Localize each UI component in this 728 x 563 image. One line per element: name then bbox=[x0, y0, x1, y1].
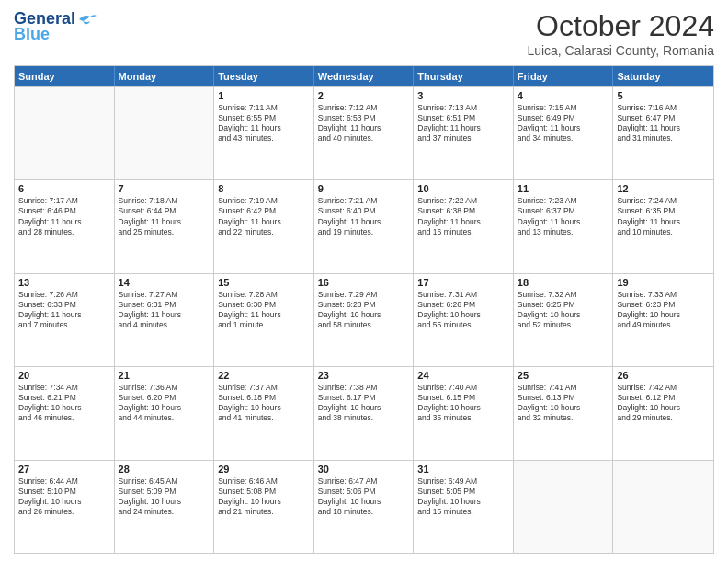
calendar-cell-1-1 bbox=[15, 87, 115, 179]
calendar-header-tuesday: Tuesday bbox=[214, 66, 314, 86]
cell-info-line: and 31 minutes. bbox=[617, 133, 710, 144]
cell-info-line: Daylight: 11 hours bbox=[417, 217, 509, 227]
cell-info-line: and 55 minutes. bbox=[417, 320, 509, 330]
calendar-cell-5-4: 30Sunrise: 6:47 AMSunset: 5:06 PMDayligh… bbox=[314, 461, 415, 553]
cell-info-line: and 43 minutes. bbox=[218, 133, 310, 144]
calendar-week-4: 20Sunrise: 7:34 AMSunset: 6:21 PMDayligh… bbox=[15, 366, 713, 459]
cell-info-line: Sunset: 6:53 PM bbox=[318, 113, 410, 123]
cell-info-line: Sunset: 6:28 PM bbox=[318, 300, 410, 310]
cell-info-line: and 21 minutes. bbox=[218, 507, 310, 517]
cell-info-line: and 52 minutes. bbox=[518, 320, 609, 330]
cell-info-line: Sunrise: 7:33 AM bbox=[617, 290, 710, 300]
cell-info-line: Sunset: 6:37 PM bbox=[518, 206, 609, 216]
cell-info-line: Sunrise: 7:26 AM bbox=[18, 290, 110, 300]
cell-info-line: Daylight: 11 hours bbox=[218, 123, 310, 133]
day-number: 12 bbox=[617, 183, 710, 194]
cell-info-line: Sunrise: 7:38 AM bbox=[318, 383, 410, 393]
calendar-cell-3-7: 19Sunrise: 7:33 AMSunset: 6:23 PMDayligh… bbox=[613, 274, 713, 366]
cell-info-line: Sunset: 5:08 PM bbox=[218, 487, 310, 497]
calendar-cell-5-7 bbox=[613, 461, 713, 553]
calendar-cell-1-3: 1Sunrise: 7:11 AMSunset: 6:55 PMDaylight… bbox=[214, 87, 314, 179]
day-number: 24 bbox=[417, 370, 509, 381]
cell-info-line: and 58 minutes. bbox=[318, 320, 410, 330]
cell-info-line: Daylight: 11 hours bbox=[417, 123, 509, 133]
day-number: 20 bbox=[18, 370, 110, 381]
day-number: 5 bbox=[617, 90, 710, 101]
calendar-cell-3-4: 16Sunrise: 7:29 AMSunset: 6:28 PMDayligh… bbox=[314, 274, 415, 366]
cell-info-line: Sunset: 6:47 PM bbox=[617, 113, 710, 123]
cell-info-line: Daylight: 10 hours bbox=[318, 310, 410, 320]
cell-info-line: Sunrise: 7:23 AM bbox=[518, 196, 609, 206]
cell-info-line: and 15 minutes. bbox=[417, 507, 509, 517]
cell-info-line: Sunrise: 7:16 AM bbox=[617, 103, 710, 113]
day-number: 7 bbox=[119, 183, 210, 194]
month-title: October 2024 bbox=[527, 9, 714, 43]
calendar-cell-4-6: 25Sunrise: 7:41 AMSunset: 6:13 PMDayligh… bbox=[514, 367, 614, 459]
day-number: 19 bbox=[617, 277, 710, 288]
calendar-cell-1-7: 5Sunrise: 7:16 AMSunset: 6:47 PMDaylight… bbox=[613, 87, 713, 179]
calendar-cell-4-1: 20Sunrise: 7:34 AMSunset: 6:21 PMDayligh… bbox=[15, 367, 115, 459]
cell-info-line: Sunrise: 6:47 AM bbox=[318, 477, 410, 487]
cell-info-line: and 16 minutes. bbox=[417, 227, 509, 237]
cell-info-line: Daylight: 11 hours bbox=[617, 123, 710, 133]
calendar-cell-3-1: 13Sunrise: 7:26 AMSunset: 6:33 PMDayligh… bbox=[15, 274, 115, 366]
cell-info-line: Sunrise: 7:21 AM bbox=[318, 196, 410, 206]
calendar-cell-5-5: 31Sunrise: 6:49 AMSunset: 5:05 PMDayligh… bbox=[414, 461, 514, 553]
cell-info-line: Daylight: 10 hours bbox=[518, 403, 609, 413]
cell-info-line: Sunrise: 7:15 AM bbox=[518, 103, 609, 113]
cell-info-line: Daylight: 10 hours bbox=[119, 497, 210, 507]
cell-info-line: Daylight: 10 hours bbox=[417, 497, 509, 507]
cell-info-line: Sunset: 6:18 PM bbox=[218, 393, 310, 403]
cell-info-line: Daylight: 10 hours bbox=[518, 310, 609, 320]
cell-info-line: Sunset: 6:13 PM bbox=[518, 393, 609, 403]
cell-info-line: Daylight: 11 hours bbox=[518, 217, 609, 227]
cell-info-line: Sunrise: 7:41 AM bbox=[518, 383, 609, 393]
cell-info-line: Daylight: 11 hours bbox=[318, 123, 410, 133]
calendar-cell-2-7: 12Sunrise: 7:24 AMSunset: 6:35 PMDayligh… bbox=[613, 180, 713, 272]
cell-info-line: Sunset: 6:42 PM bbox=[218, 206, 310, 216]
cell-info-line: Daylight: 11 hours bbox=[518, 123, 609, 133]
cell-info-line: Sunset: 6:20 PM bbox=[119, 393, 210, 403]
calendar-cell-1-2 bbox=[115, 87, 215, 179]
calendar-header-sunday: Sunday bbox=[15, 66, 115, 86]
day-number: 31 bbox=[417, 464, 509, 475]
calendar-cell-4-2: 21Sunrise: 7:36 AMSunset: 6:20 PMDayligh… bbox=[115, 367, 215, 459]
calendar-header-wednesday: Wednesday bbox=[314, 66, 415, 86]
day-number: 1 bbox=[218, 90, 310, 101]
cell-info-line: Sunrise: 6:44 AM bbox=[18, 477, 110, 487]
calendar-week-2: 6Sunrise: 7:17 AMSunset: 6:46 PMDaylight… bbox=[15, 179, 713, 272]
cell-info-line: Sunset: 6:26 PM bbox=[417, 300, 509, 310]
calendar-header: SundayMondayTuesdayWednesdayThursdayFrid… bbox=[15, 66, 713, 86]
logo: General Blue bbox=[14, 9, 97, 44]
calendar-cell-5-2: 28Sunrise: 6:45 AMSunset: 5:09 PMDayligh… bbox=[115, 461, 215, 553]
cell-info-line: Sunrise: 7:40 AM bbox=[417, 383, 509, 393]
calendar-header-saturday: Saturday bbox=[613, 66, 713, 86]
page: General Blue October 2024 Luica, Calaras… bbox=[0, 0, 728, 563]
cell-info-line: Sunset: 6:25 PM bbox=[518, 300, 609, 310]
cell-info-line: and 26 minutes. bbox=[18, 507, 110, 517]
cell-info-line: Daylight: 10 hours bbox=[417, 403, 509, 413]
day-number: 29 bbox=[218, 464, 310, 475]
cell-info-line: Sunset: 5:09 PM bbox=[119, 487, 210, 497]
cell-info-line: and 22 minutes. bbox=[218, 227, 310, 237]
cell-info-line: and 46 minutes. bbox=[18, 413, 110, 423]
cell-info-line: and 35 minutes. bbox=[417, 413, 509, 423]
calendar-cell-5-1: 27Sunrise: 6:44 AMSunset: 5:10 PMDayligh… bbox=[15, 461, 115, 553]
cell-info-line: Sunrise: 7:27 AM bbox=[119, 290, 210, 300]
day-number: 26 bbox=[617, 370, 710, 381]
calendar-body: 1Sunrise: 7:11 AMSunset: 6:55 PMDaylight… bbox=[15, 86, 713, 553]
cell-info-line: Sunrise: 7:12 AM bbox=[318, 103, 410, 113]
cell-info-line: and 1 minute. bbox=[218, 320, 310, 330]
cell-info-line: Sunrise: 7:32 AM bbox=[518, 290, 609, 300]
day-number: 11 bbox=[518, 183, 609, 194]
day-number: 10 bbox=[417, 183, 509, 194]
cell-info-line: Daylight: 10 hours bbox=[218, 403, 310, 413]
day-number: 16 bbox=[318, 277, 410, 288]
calendar-cell-2-4: 9Sunrise: 7:21 AMSunset: 6:40 PMDaylight… bbox=[314, 180, 415, 272]
calendar-cell-3-2: 14Sunrise: 7:27 AMSunset: 6:31 PMDayligh… bbox=[115, 274, 215, 366]
cell-info-line: and 18 minutes. bbox=[318, 507, 410, 517]
calendar-week-3: 13Sunrise: 7:26 AMSunset: 6:33 PMDayligh… bbox=[15, 273, 713, 366]
calendar-header-thursday: Thursday bbox=[414, 66, 514, 86]
cell-info-line: Sunset: 6:55 PM bbox=[218, 113, 310, 123]
cell-info-line: Daylight: 10 hours bbox=[318, 497, 410, 507]
